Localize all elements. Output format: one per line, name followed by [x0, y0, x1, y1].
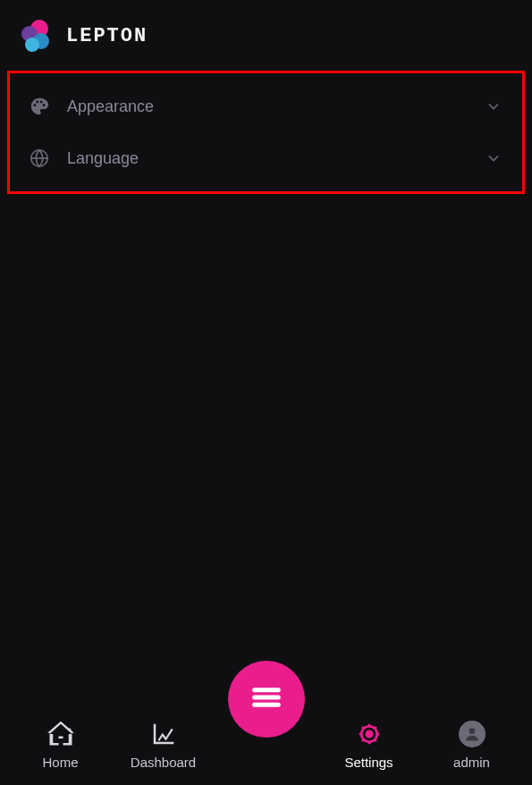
app-logo-icon	[18, 18, 54, 54]
home-icon	[47, 721, 74, 747]
app-header: LEPTON	[0, 0, 532, 67]
svg-point-11	[469, 728, 475, 734]
settings-item-label: Appearance	[67, 97, 467, 116]
avatar	[459, 721, 486, 747]
nav-label: Settings	[344, 755, 393, 770]
settings-item-appearance[interactable]: Appearance	[10, 80, 522, 132]
user-icon	[463, 725, 481, 743]
nav-item-settings[interactable]: Settings	[317, 721, 420, 770]
nav-label: Dashboard	[131, 755, 196, 770]
nav-item-admin[interactable]: admin	[420, 721, 523, 770]
palette-icon	[30, 97, 49, 116]
globe-icon	[30, 148, 49, 168]
nav-item-dashboard[interactable]: Dashboard	[112, 721, 215, 770]
menu-icon	[249, 679, 284, 719]
nav-label: admin	[453, 755, 490, 770]
svg-point-3	[25, 38, 39, 52]
nav-item-home[interactable]: Home	[9, 721, 112, 770]
chevron-down-icon	[485, 149, 502, 167]
settings-item-language[interactable]: Language	[10, 132, 522, 184]
gear-icon	[356, 721, 383, 747]
app-logo-text: LEPTON	[66, 25, 148, 47]
nav-label: Home	[42, 755, 78, 770]
settings-item-label: Language	[67, 149, 467, 168]
chevron-down-icon	[485, 97, 502, 115]
chart-icon	[150, 721, 177, 747]
svg-point-10	[366, 730, 371, 736]
bottom-navigation: Home Dashboard	[0, 705, 532, 785]
highlighted-settings-section: Appearance Language	[7, 71, 525, 194]
fab-menu-button[interactable]	[228, 661, 305, 738]
